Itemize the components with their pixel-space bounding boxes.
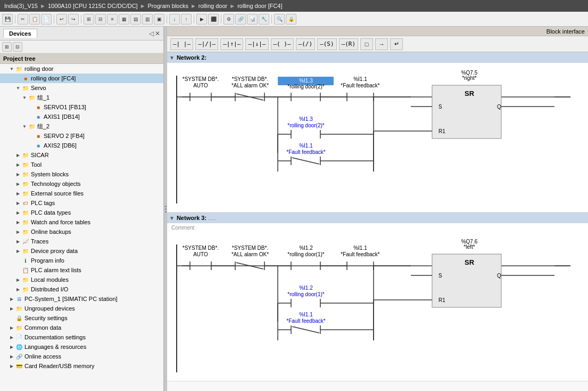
network-collapse-icon[interactable]: ▼: [169, 55, 175, 61]
ladder-btn-box[interactable]: □: [360, 38, 373, 50]
sidebar-collapse-icon[interactable]: ◁: [149, 30, 154, 37]
ladder-btn-neg-edge[interactable]: —|↓|—: [245, 38, 268, 50]
toolbar-copy[interactable]: 📋: [29, 14, 40, 25]
expand-icon[interactable]: ▶: [15, 219, 21, 225]
sidebar-item-axis1[interactable]: ■ AXIS1 [DB14]: [0, 112, 163, 121]
toolbar-paste[interactable]: 📄: [41, 14, 52, 25]
expand-icon[interactable]: ▶: [15, 286, 21, 292]
expand-icon[interactable]: ▼: [21, 94, 28, 101]
sidebar-item-servo2[interactable]: ■ SERVO 2 [FB4]: [0, 131, 163, 141]
toolbar-more-2[interactable]: 🔗: [235, 14, 246, 25]
ladder-btn-nc-contact[interactable]: —|/|—: [195, 38, 218, 50]
toolbar-btn-6[interactable]: ▥: [142, 14, 153, 25]
sidebar-item-doc-settings[interactable]: ▶ 📄 Documentation settings: [0, 332, 163, 342]
breadcrumb-part-2[interactable]: 1000A10 [CPU 1215C DC/DC/DC]: [48, 3, 138, 9]
sidebar-item-plc-tags[interactable]: ▶ 🏷 PLC tags: [0, 198, 163, 208]
expand-icon[interactable]: ▶: [9, 363, 15, 369]
expand-icon[interactable]: ▶: [15, 276, 21, 283]
breadcrumb-part-5[interactable]: rolling door [FC4]: [237, 3, 282, 9]
sidebar-item-common-data[interactable]: ▶ 📁 Common data: [0, 323, 163, 332]
toolbar-more-1[interactable]: ⚙: [223, 14, 234, 25]
sidebar-item-online-backups[interactable]: ▶ 📁 Online backups: [0, 227, 163, 237]
ladder-btn-set[interactable]: —(S): [317, 38, 337, 50]
ladder-btn-reset[interactable]: —(R): [339, 38, 359, 50]
sidebar-item-languages[interactable]: ▶ 🌐 Languages & resources: [0, 342, 163, 352]
sidebar-item-servo[interactable]: ▼ 📁 Servo: [0, 83, 163, 93]
sidebar-item-group2[interactable]: ▼ 📁 组_2: [0, 121, 163, 131]
expand-icon[interactable]: ▶: [15, 152, 21, 158]
expand-icon[interactable]: ▶: [9, 324, 15, 331]
expand-icon[interactable]: ▶: [9, 353, 15, 360]
sidebar-item-system-blocks[interactable]: ▶ 📁 System blocks: [0, 169, 163, 179]
expand-icon[interactable]: ▼: [21, 123, 28, 129]
expand-icon[interactable]: ▶: [9, 296, 15, 302]
expand-icon[interactable]: ▼: [9, 66, 15, 72]
sidebar-item-group1[interactable]: ▼ 📁 组_1: [0, 93, 163, 102]
sidebar-item-tech-objects[interactable]: ▶ 📁 Technology objects: [0, 179, 163, 189]
expand-icon[interactable]: ▶: [9, 305, 15, 312]
sidebar-item-card-reader[interactable]: ▶ 💳 Card Reader/USB memory: [0, 361, 163, 371]
sidebar-item-traces[interactable]: ▶ 📈 Traces: [0, 237, 163, 246]
network-collapse-icon-2[interactable]: ▼: [169, 215, 175, 221]
toolbar-redo[interactable]: ↪: [68, 14, 79, 25]
expand-icon[interactable]: ▶: [15, 200, 21, 206]
expand-icon[interactable]: ▶: [9, 344, 15, 350]
sidebar-item-servo1[interactable]: ■ SERVO1 [FB13]: [0, 102, 163, 112]
toolbar-btn-5[interactable]: ▤: [130, 14, 141, 25]
sidebar-item-online-access[interactable]: ▶ 🔗 Online access: [0, 352, 163, 361]
ladder-btn-no-contact[interactable]: —| |—: [170, 38, 193, 50]
sidebar-item-watch-force[interactable]: ▶ 📁 Watch and force tables: [0, 217, 163, 227]
sidebar-item-pc-system[interactable]: ▶ 🖥 PC-System_1 [SIMATIC PC station]: [0, 294, 163, 304]
sidebar-item-plc-alarm[interactable]: 📋 PLC alarm text lists: [0, 265, 163, 275]
sidebar-item-distributed-io[interactable]: ▶ 📁 Distributed I/O: [0, 284, 163, 294]
sidebar-item-sicar[interactable]: ▶ 📁 SICAR: [0, 150, 163, 160]
toolbar-dl[interactable]: ↓: [169, 14, 180, 25]
sidebar-item-tool[interactable]: ▶ 📁 Tool: [0, 160, 163, 169]
toolbar-btn-1[interactable]: ⊞: [84, 14, 94, 25]
devices-tab[interactable]: Devices: [3, 29, 37, 38]
sidebar-tb-1[interactable]: ⊞: [2, 42, 12, 52]
expand-icon[interactable]: ▶: [15, 181, 21, 187]
toolbar-more-3[interactable]: 📊: [247, 14, 258, 25]
ladder-btn-close-branch[interactable]: ↵: [390, 38, 403, 50]
ladder-btn-neg-coil[interactable]: —(/): [296, 38, 316, 50]
ladder-btn-open-branch[interactable]: →: [375, 38, 388, 50]
toolbar-search[interactable]: 🔍: [274, 14, 285, 25]
sidebar-pin-icon[interactable]: ✕: [155, 30, 160, 37]
toolbar-undo[interactable]: ↩: [56, 14, 67, 25]
expand-icon[interactable]: ▶: [15, 190, 21, 197]
sidebar-item-security-settings[interactable]: 🔒 Security settings: [0, 313, 163, 323]
sidebar-item-local-modules[interactable]: ▶ 📁 Local modules: [0, 275, 163, 284]
toolbar-cut[interactable]: ✂: [18, 14, 28, 25]
toolbar-lock[interactable]: 🔒: [286, 14, 296, 25]
sidebar-item-rolling-door[interactable]: ▼ 📁 rolling door: [0, 64, 163, 74]
sidebar-item-ungrouped[interactable]: ▶ 📁 Ungrouped devices: [0, 304, 163, 313]
ladder-btn-pos-edge[interactable]: —|↑|—: [220, 38, 243, 50]
expand-icon[interactable]: ▶: [15, 229, 21, 235]
expand-icon[interactable]: ▶: [9, 334, 15, 340]
ladder-area[interactable]: ▼ Network 2: *SYSTEM DB*. AUTO: [167, 52, 588, 391]
toolbar-save[interactable]: 💾: [2, 14, 13, 25]
sidebar-item-plc-data-types[interactable]: ▶ 📁 PLC data types: [0, 208, 163, 217]
sidebar-item-program-info[interactable]: ℹ Program info: [0, 256, 163, 265]
expand-icon[interactable]: ▶: [15, 248, 21, 254]
toolbar-btn-2[interactable]: ⊟: [95, 14, 106, 25]
sidebar-item-device-proxy[interactable]: ▶ 📁 Device proxy data: [0, 246, 163, 256]
toolbar-run[interactable]: ▶: [196, 14, 207, 25]
sidebar-item-external-sources[interactable]: ▶ 📁 External source files: [0, 189, 163, 198]
expand-icon[interactable]: ▶: [15, 238, 21, 245]
expand-icon[interactable]: ▶: [15, 209, 21, 216]
breadcrumb-part-3[interactable]: Program blocks: [148, 3, 188, 9]
expand-icon[interactable]: ▼: [15, 85, 21, 91]
breadcrumb-part-1[interactable]: India(3)_V15: [4, 3, 38, 9]
toolbar-stop[interactable]: ⬛: [208, 14, 219, 25]
sidebar-item-axis2[interactable]: ■ AXIS2 [DB6]: [0, 141, 163, 150]
toolbar-ul[interactable]: ↑: [181, 14, 192, 25]
sidebar-tree[interactable]: ▼ 📁 rolling door ■ rolling door [FC4] ▼ …: [0, 64, 163, 391]
toolbar-btn-7[interactable]: ▣: [154, 14, 164, 25]
expand-icon[interactable]: ▶: [15, 171, 21, 177]
ladder-btn-coil[interactable]: —( )—: [271, 38, 294, 50]
sidebar-tb-2[interactable]: ⊟: [13, 42, 22, 52]
sidebar-item-fc4[interactable]: ■ rolling door [FC4]: [0, 74, 163, 83]
breadcrumb-part-4[interactable]: rolling door: [198, 3, 227, 9]
